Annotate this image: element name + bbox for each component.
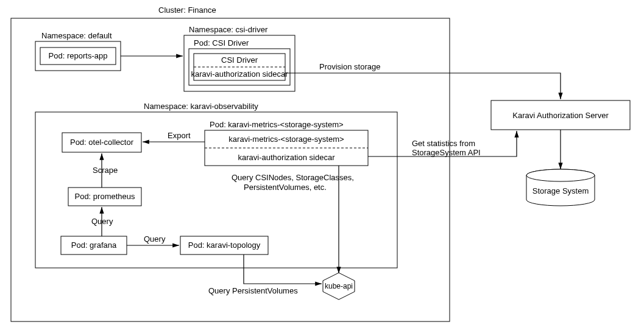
label-get-stats-l1: Get statistics from bbox=[412, 139, 475, 148]
label-get-stats-l2: StorageSystem API bbox=[412, 148, 481, 157]
pod-metrics-title: Pod: karavi-metrics-<storage-system> bbox=[210, 120, 344, 129]
ns-default-title: Namespace: default bbox=[41, 31, 112, 40]
metrics-top-label: karavi-metrics-<storage-system> bbox=[228, 135, 344, 144]
ns-obs-title: Namespace: karavi-observability bbox=[144, 102, 258, 111]
label-query2: Query bbox=[144, 234, 166, 244]
csi-driver-label: CSI Driver bbox=[221, 55, 258, 65]
pod-topology-label: Pod: karavi-topology bbox=[188, 240, 261, 250]
pod-reports-app-label: Pod: reports-app bbox=[49, 51, 108, 60]
pod-grafana-label: Pod: grafana bbox=[71, 240, 117, 250]
auth-server-label: Karavi Authorization Server bbox=[512, 111, 609, 120]
pod-otel-label: Pod: otel-collector bbox=[70, 138, 134, 147]
label-scrape: Scrape bbox=[93, 166, 118, 175]
architecture-diagram: Cluster: Finance Namespace: default Pod:… bbox=[0, 0, 644, 330]
label-provision: Provision storage bbox=[319, 62, 380, 71]
pod-prometheus-label: Pod: prometheus bbox=[74, 192, 135, 201]
label-csinodes-l1: Query CSINodes, StorageClasses, bbox=[232, 173, 354, 182]
kube-api-label: kube-api bbox=[325, 282, 353, 290]
label-query-pv: Query PersistentVolumes bbox=[208, 286, 298, 295]
ns-csi-title: Namespace: csi-driver bbox=[189, 25, 268, 34]
svg-point-1 bbox=[526, 169, 595, 181]
label-query1: Query bbox=[91, 217, 113, 226]
storage-system-label: Storage System bbox=[533, 186, 589, 195]
pod-csi-driver-title: Pod: CSI Driver bbox=[194, 38, 249, 47]
label-csinodes-l2: PersistentVolumes, etc. bbox=[244, 183, 327, 192]
label-export: Export bbox=[168, 131, 191, 140]
metrics-sidecar-label: karavi-authorization sidecar bbox=[238, 153, 336, 162]
cluster-title: Cluster: Finance bbox=[158, 5, 216, 15]
csi-sidecar-label: karavi-authorization sidecar bbox=[191, 69, 289, 79]
